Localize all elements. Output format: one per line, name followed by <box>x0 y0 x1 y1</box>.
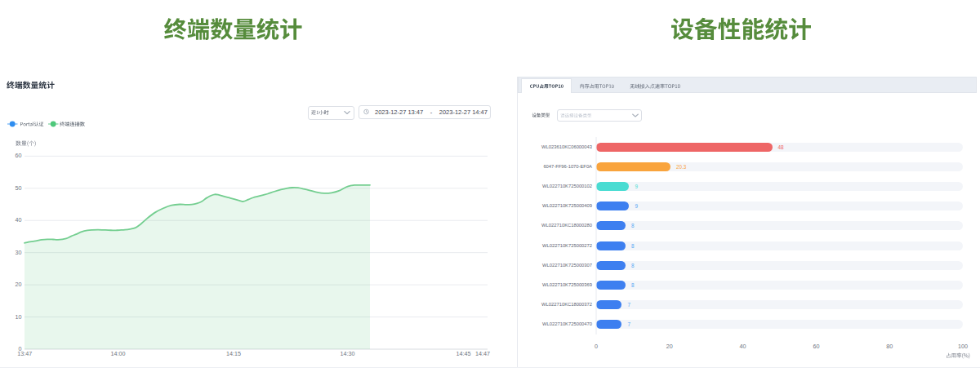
svg-text:40: 40 <box>16 216 22 224</box>
svg-text:40: 40 <box>740 343 746 350</box>
svg-text:50: 50 <box>16 184 22 192</box>
svg-text:10: 10 <box>16 313 22 321</box>
svg-text:0: 0 <box>595 343 598 350</box>
svg-text:14:47: 14:47 <box>475 350 490 357</box>
svg-text:0: 0 <box>19 345 22 352</box>
svg-text:14:15: 14:15 <box>226 350 241 357</box>
svg-text:14:45: 14:45 <box>457 350 471 357</box>
svg-text:30: 30 <box>16 249 22 256</box>
svg-text:20: 20 <box>666 343 673 350</box>
svg-text:60: 60 <box>813 343 819 350</box>
svg-text:20: 20 <box>16 281 22 288</box>
svg-text:100: 100 <box>958 343 968 350</box>
svg-text:14:30: 14:30 <box>341 350 355 357</box>
svg-text:14:00: 14:00 <box>111 350 126 357</box>
svg-text:13:47: 13:47 <box>17 350 32 357</box>
svg-text:60: 60 <box>16 152 22 159</box>
svg-text:80: 80 <box>886 343 893 350</box>
